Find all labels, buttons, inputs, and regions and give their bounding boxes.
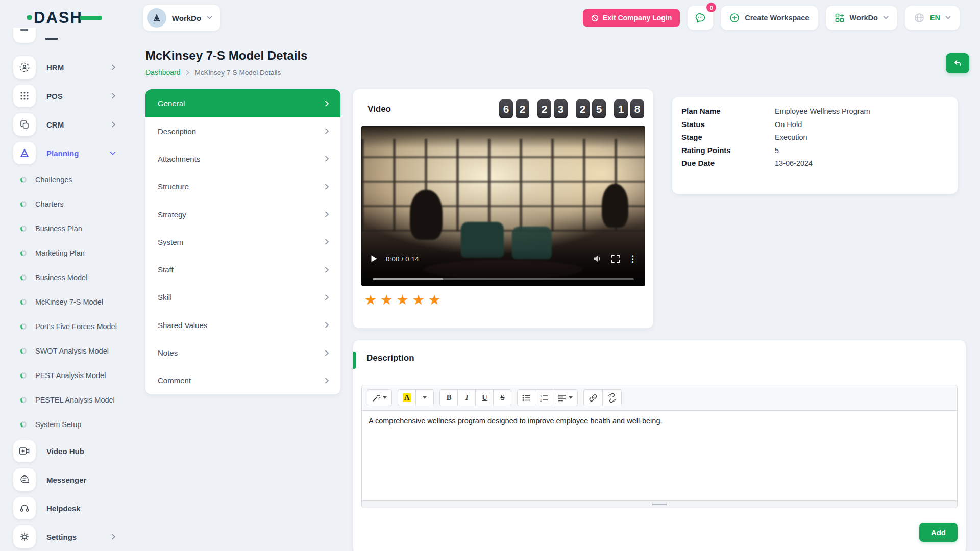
sidebar-item-video-hub[interactable]: Video Hub xyxy=(0,437,130,465)
top-header: DASH WorkDo Exit Company Login 0 Create … xyxy=(0,0,980,36)
sidebar-item-mckinsey-7s-model[interactable]: McKinsey 7-S Model xyxy=(0,290,130,314)
tab-notes[interactable]: Notes xyxy=(145,339,340,366)
language-selector[interactable]: EN xyxy=(905,6,960,30)
exit-company-login-button[interactable]: Exit Company Login xyxy=(583,9,680,27)
tab-skill[interactable]: Skill xyxy=(145,284,340,311)
underline-button[interactable]: U xyxy=(475,389,494,406)
messages-button[interactable]: 0 xyxy=(688,6,713,30)
tab-attachments[interactable]: Attachments xyxy=(145,145,340,172)
tab-shared-values[interactable]: Shared Values xyxy=(145,311,340,339)
sidebar-item-helpdesk[interactable]: Helpdesk xyxy=(0,494,130,522)
sidebar-subitem-label: Port's Five Forces Model xyxy=(35,322,117,331)
chevron-right-icon xyxy=(325,156,329,162)
tab-staff[interactable]: Staff xyxy=(145,256,340,283)
sidebar-item-planning[interactable]: Planning xyxy=(0,139,130,167)
star-icon[interactable]: ★ xyxy=(428,293,440,307)
back-button[interactable] xyxy=(946,53,969,73)
bullet-donut-icon xyxy=(20,348,27,354)
italic-button[interactable]: I xyxy=(457,389,476,406)
unordered-list-button[interactable] xyxy=(517,389,535,406)
font-color-button[interactable]: A xyxy=(398,389,416,406)
sidebar-item-hrm[interactable]: HRM xyxy=(0,53,130,82)
paragraph-align-button[interactable] xyxy=(553,389,578,406)
bullet-donut-icon xyxy=(20,274,27,281)
sidebar-item-system-setup[interactable]: System Setup xyxy=(0,412,130,437)
chevron-right-icon xyxy=(111,93,116,99)
bold-button[interactable]: B xyxy=(439,389,458,406)
sidebar-item-challenges[interactable]: Challenges xyxy=(0,167,130,192)
star-icon[interactable]: ★ xyxy=(380,293,393,307)
link-icon xyxy=(589,393,598,403)
countdown-digit: 1 xyxy=(614,99,628,118)
tab-structure[interactable]: Structure xyxy=(145,173,340,201)
unlink-button[interactable] xyxy=(602,389,622,406)
detail-row-rating-points: Rating Points5 xyxy=(681,146,948,155)
sidebar-item-crm[interactable]: CRM xyxy=(0,110,130,139)
chevron-right-icon xyxy=(325,378,329,384)
video-player[interactable]: 0:00 / 0:14 ⋮ xyxy=(361,126,645,286)
editor-resize-handle[interactable] xyxy=(362,500,957,508)
video-menu-button[interactable]: ⋮ xyxy=(628,255,637,263)
workspace-name: WorkDo xyxy=(172,14,201,22)
tab-comment[interactable]: Comment xyxy=(145,367,340,394)
sidebar-item-label: Video Hub xyxy=(46,447,84,456)
insert-link-button[interactable] xyxy=(583,389,603,406)
tab-system[interactable]: System xyxy=(145,228,340,256)
sidebar-item-charters[interactable]: Charters xyxy=(0,192,130,216)
create-workspace-button[interactable]: Create Workspace xyxy=(721,6,818,30)
caret-down-icon xyxy=(383,396,387,399)
sidebar-item-pos[interactable]: POS xyxy=(0,82,130,110)
sidebar-item-swot-analysis-model[interactable]: SWOT Analysis Model xyxy=(0,339,130,363)
video-card: Video 62 23 25 18 0:00 / 0:14 ⋮ xyxy=(353,89,653,328)
tab-label: Skill xyxy=(158,293,172,302)
video-progress-bar[interactable] xyxy=(373,278,634,280)
sidebar-item-business-plan[interactable]: Business Plan xyxy=(0,216,130,241)
sidebar-item-pest-analysis-model[interactable]: PEST Analysis Model xyxy=(0,363,130,388)
grid-plus-icon xyxy=(835,13,845,23)
tab-strategy[interactable]: Strategy xyxy=(145,201,340,228)
strikethrough-button[interactable]: S xyxy=(493,389,511,406)
bullet-donut-icon xyxy=(20,372,27,379)
font-color-dropdown[interactable] xyxy=(415,389,434,406)
chat-bubble-icon xyxy=(694,12,706,24)
bullet-donut-icon xyxy=(20,201,27,207)
sidebar-item-business-model[interactable]: Business Model xyxy=(0,265,130,290)
chevron-right-icon xyxy=(325,350,329,356)
chevron-down-icon xyxy=(207,16,212,20)
sidebar-subitem-label: Charters xyxy=(35,200,64,208)
star-icon[interactable]: ★ xyxy=(396,293,408,307)
tab-general[interactable]: General xyxy=(145,89,340,117)
style-magic-button[interactable] xyxy=(367,389,392,406)
star-icon[interactable]: ★ xyxy=(412,293,425,307)
description-card: Description A B I U S xyxy=(353,340,966,551)
breadcrumb-dashboard-link[interactable]: Dashboard xyxy=(145,68,181,77)
bullet-donut-icon xyxy=(20,299,27,305)
sidebar-item-partial xyxy=(13,28,36,43)
play-button[interactable] xyxy=(371,255,378,263)
volume-button[interactable] xyxy=(593,254,603,263)
tab-description[interactable]: Description xyxy=(145,117,340,145)
sidebar-item-label: Helpdesk xyxy=(46,504,81,513)
ordered-list-button[interactable]: 12 xyxy=(535,389,553,406)
sidebar-item-settings[interactable]: Settings xyxy=(0,522,130,551)
chevron-down-icon xyxy=(110,151,116,156)
crm-icon xyxy=(13,113,36,136)
video-controls: 0:00 / 0:14 ⋮ xyxy=(361,249,645,286)
detail-value: Execution xyxy=(775,133,807,141)
fullscreen-button[interactable] xyxy=(611,254,620,263)
building-icon xyxy=(152,13,161,22)
add-button[interactable]: Add xyxy=(919,523,958,542)
countdown-digit: 8 xyxy=(630,99,644,118)
sidebar-partial-label-fragment xyxy=(45,38,58,40)
section-menu-card: General Description Attachments Structur… xyxy=(145,89,340,394)
sidebar-item-ports-five-forces-model[interactable]: Port's Five Forces Model xyxy=(0,314,130,339)
sidebar-item-messenger[interactable]: Messenger xyxy=(0,465,130,494)
sidebar-item-label: POS xyxy=(46,92,63,101)
description-editor-content[interactable]: A comprehensive wellness program designe… xyxy=(362,411,957,500)
sidebar-item-pestel-analysis-model[interactable]: PESTEL Analysis Model xyxy=(0,388,130,412)
star-icon[interactable]: ★ xyxy=(364,293,377,307)
sidebar-item-marketing-plan[interactable]: Marketing Plan xyxy=(0,241,130,265)
workspace-switcher[interactable]: WorkDo xyxy=(826,6,897,30)
workspace-pill[interactable]: WorkDo xyxy=(143,5,220,31)
detail-label: Plan Name xyxy=(681,107,775,115)
